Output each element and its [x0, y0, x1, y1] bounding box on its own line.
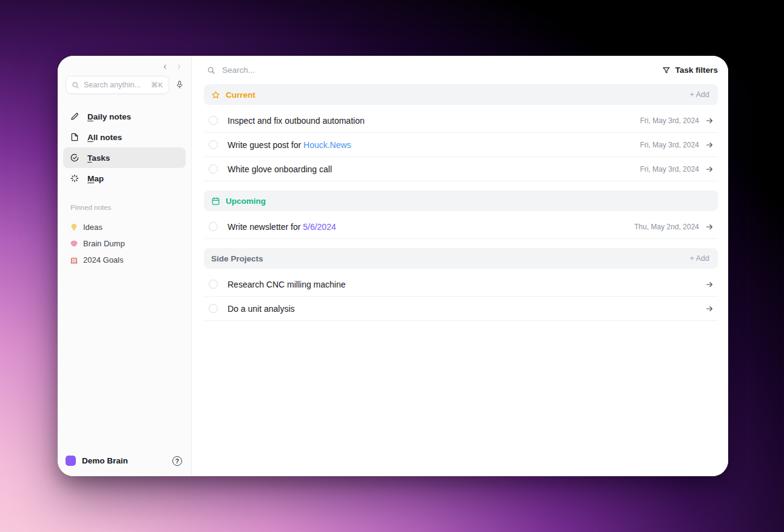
sidebar-search-placeholder: Search anythin... — [84, 81, 141, 89]
lightbulb-icon — [70, 223, 78, 232]
brain-icon — [70, 240, 78, 248]
task-filters-button[interactable]: Task filters — [662, 66, 718, 75]
help-button[interactable]: ? — [172, 456, 182, 466]
task-text: White glove onboarding call — [228, 164, 332, 174]
task-due-date[interactable]: Fri, May 3rd, 2024 — [640, 116, 699, 125]
microphone-icon — [175, 80, 184, 90]
open-task-arrow-icon[interactable] — [705, 280, 714, 289]
microphone-button[interactable] — [175, 80, 184, 90]
pinned-note-item[interactable]: Brain Dump — [70, 235, 191, 252]
open-task-arrow-icon[interactable] — [705, 141, 714, 149]
pinned-notes-header: Pinned notes — [70, 204, 191, 211]
pinned-note-item[interactable]: 2024 Goals — [70, 252, 191, 268]
task-row[interactable]: Write guest post for Houck.NewsFri, May … — [204, 133, 718, 157]
add-task-button[interactable]: + Add — [690, 254, 709, 263]
task-link[interactable]: Houck.News — [303, 140, 351, 150]
pinned-notes-list: IdeasBrain Dump2024 Goals — [58, 219, 191, 268]
brain-name[interactable]: Demo Brain — [82, 456, 128, 465]
task-checkbox[interactable] — [209, 140, 218, 149]
pinned-note-label: 2024 Goals — [83, 255, 124, 264]
history-forward-button[interactable] — [176, 64, 182, 70]
sidebar-footer: Demo Brain ? — [58, 456, 191, 476]
task-text: Do a unit analysis — [228, 304, 295, 314]
note-icon — [70, 132, 79, 142]
task-row[interactable]: Do a unit analysis — [204, 297, 718, 321]
filter-icon — [662, 66, 671, 75]
sidebar-item-label: Map — [87, 174, 104, 183]
desktop-background: Search anythin... ⌘K Daily notesAll note… — [0, 0, 784, 532]
task-checkbox[interactable] — [209, 164, 218, 173]
task-row[interactable]: Inspect and fix outbound automationFri, … — [204, 109, 718, 133]
pinned-note-label: Ideas — [83, 223, 103, 232]
section-header[interactable]: Current+ Add — [204, 84, 718, 105]
history-nav — [58, 56, 191, 70]
task-due-date[interactable]: Thu, May 2nd, 2024 — [634, 223, 699, 231]
sidebar-search-input[interactable]: Search anythin... ⌘K — [66, 76, 169, 94]
pinned-note-item[interactable]: Ideas — [70, 219, 191, 235]
sidebar-item-label: Tasks — [87, 153, 110, 163]
task-list: Write newsletter for 5/6/2024Thu, May 2n… — [204, 215, 718, 239]
task-filters-label: Task filters — [675, 66, 718, 75]
section-title: Upcoming — [226, 197, 266, 206]
tasks-icon — [70, 153, 79, 163]
chevron-right-icon — [176, 64, 182, 70]
map-icon — [70, 173, 79, 183]
sidebar-item-daily-notes[interactable]: Daily notes — [63, 106, 186, 127]
star-icon — [211, 90, 220, 99]
task-list: Research CNC milling machineDo a unit an… — [204, 272, 718, 321]
task-row[interactable]: Research CNC milling machine — [204, 272, 718, 297]
sidebar-item-all-notes[interactable]: All notes — [63, 127, 186, 147]
task-sections: Current+ AddInspect and fix outbound aut… — [204, 79, 718, 321]
task-text: Write newsletter for — [228, 222, 303, 232]
task-due-date[interactable]: Fri, May 3rd, 2024 — [640, 165, 699, 173]
task-row[interactable]: Write newsletter for 5/6/2024Thu, May 2n… — [204, 215, 718, 239]
task-link[interactable]: 5/6/2024 — [303, 222, 336, 232]
task-checkbox[interactable] — [209, 304, 218, 313]
task-text: Research CNC milling machine — [228, 280, 346, 289]
task-checkbox[interactable] — [209, 222, 218, 231]
task-due-date[interactable]: Fri, May 3rd, 2024 — [640, 141, 699, 149]
task-search-input[interactable]: Search... — [204, 66, 662, 75]
task-checkbox[interactable] — [209, 116, 218, 125]
task-section: Current+ AddInspect and fix outbound aut… — [204, 84, 718, 181]
section-header[interactable]: Side Projects+ Add — [204, 248, 718, 269]
open-task-arrow-icon[interactable] — [705, 223, 714, 231]
chevron-left-icon — [162, 64, 168, 70]
sidebar: Search anythin... ⌘K Daily notesAll note… — [58, 56, 192, 476]
task-search-placeholder: Search... — [222, 66, 255, 75]
section-header[interactable]: Upcoming — [204, 190, 718, 211]
goal-net-icon — [70, 256, 78, 264]
task-section: UpcomingWrite newsletter for 5/6/2024Thu… — [204, 190, 718, 239]
tasks-panel: Search... Task filters Current+ AddInspe… — [192, 56, 728, 476]
brain-avatar[interactable] — [66, 456, 76, 466]
search-shortcut: ⌘K — [151, 81, 163, 89]
sidebar-item-map[interactable]: Map — [63, 168, 186, 189]
history-back-button[interactable] — [162, 64, 168, 70]
tasks-toolbar: Search... Task filters — [204, 61, 718, 79]
sidebar-item-tasks[interactable]: Tasks — [63, 147, 186, 168]
section-title: Side Projects — [211, 254, 263, 263]
add-task-button[interactable]: + Add — [690, 90, 709, 99]
task-section: Side Projects+ AddResearch CNC milling m… — [204, 248, 718, 321]
open-task-arrow-icon[interactable] — [705, 116, 714, 125]
pencil-icon — [70, 112, 79, 121]
pinned-note-label: Brain Dump — [83, 239, 125, 248]
section-title: Current — [226, 90, 255, 99]
task-list: Inspect and fix outbound automationFri, … — [204, 109, 718, 181]
app-window: Search anythin... ⌘K Daily notesAll note… — [58, 56, 728, 476]
task-text: Inspect and fix outbound automation — [228, 116, 365, 126]
search-icon — [207, 66, 215, 75]
sidebar-item-label: Daily notes — [87, 112, 131, 121]
task-checkbox[interactable] — [209, 280, 218, 289]
search-icon — [72, 81, 79, 89]
open-task-arrow-icon[interactable] — [705, 165, 714, 173]
sidebar-nav: Daily notesAll notesTasksMap — [63, 106, 186, 189]
task-text: Write guest post for — [228, 140, 303, 150]
open-task-arrow-icon[interactable] — [705, 305, 714, 313]
sidebar-search-row: Search anythin... ⌘K — [66, 76, 184, 94]
task-row[interactable]: White glove onboarding callFri, May 3rd,… — [204, 157, 718, 181]
calendar-icon — [211, 197, 220, 206]
sidebar-item-label: All notes — [87, 133, 122, 142]
